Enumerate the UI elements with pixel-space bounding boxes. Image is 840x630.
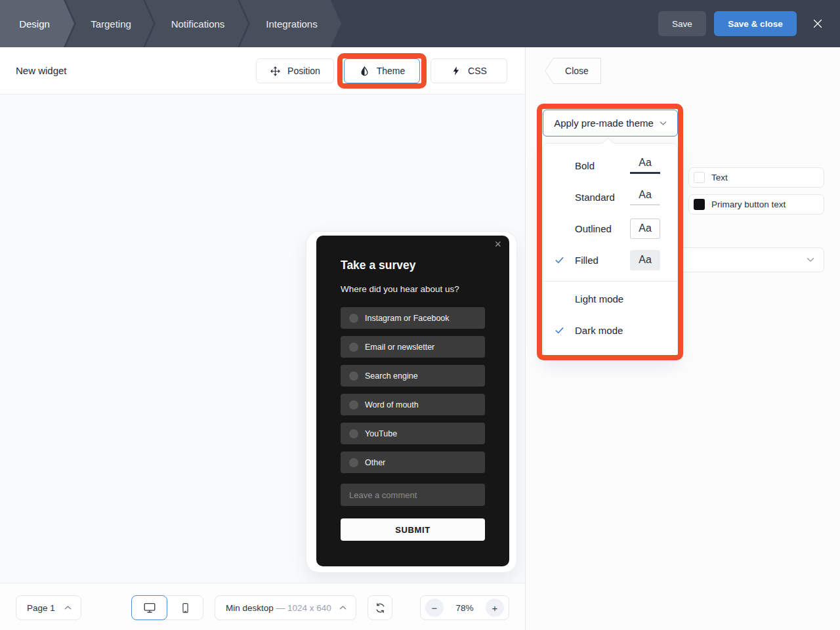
viewport-size-value: — 1024 x 640	[276, 603, 339, 613]
popup-caret	[602, 137, 614, 149]
css-label: CSS	[468, 66, 487, 76]
survey-option[interactable]: Email or newsletter	[341, 336, 485, 358]
radio-icon	[349, 343, 358, 352]
style-preview-filled: Aa	[639, 254, 652, 266]
dark-mode-option[interactable]: Dark mode	[543, 314, 677, 346]
popup-divider	[543, 281, 677, 282]
theme-style-standard[interactable]: Standard Aa	[543, 181, 677, 213]
step-tabs: Design Targeting Notifications Integrati…	[0, 0, 341, 47]
tab-design[interactable]: Design	[0, 0, 74, 47]
check-icon	[555, 255, 575, 265]
tab-integrations[interactable]: Integrations	[240, 0, 341, 47]
survey-title: Take a survey	[341, 259, 415, 272]
design-toolbar: New widget Position Theme	[0, 47, 524, 94]
submit-button[interactable]: SUBMIT	[341, 518, 485, 541]
desktop-view-button[interactable]	[131, 595, 167, 620]
text-color-label: Text	[711, 173, 728, 182]
tab-targeting-label: Targeting	[91, 18, 131, 30]
lightning-icon	[451, 66, 461, 76]
theme-button[interactable]: Theme	[344, 58, 420, 83]
refresh-icon	[374, 602, 387, 614]
zoom-in-button[interactable]: +	[486, 598, 504, 617]
viewport-size-label: Min desktop	[226, 603, 274, 613]
theme-style-standard-label: Standard	[575, 192, 629, 203]
chevron-up-icon	[64, 605, 72, 610]
theme-style-filled[interactable]: Filled Aa	[543, 244, 677, 276]
close-panel-button[interactable]: Close	[545, 58, 601, 84]
primary-button-text-color-label: Primary button text	[711, 200, 786, 209]
apply-premade-theme-button[interactable]: Apply pre-made theme	[543, 110, 678, 136]
survey-option[interactable]: Other	[341, 452, 485, 473]
radio-icon	[349, 371, 358, 381]
save-and-close-button[interactable]: Save & close	[714, 11, 797, 36]
position-button[interactable]: Position	[256, 58, 334, 83]
theme-style-bold[interactable]: Bold Aa	[543, 150, 677, 181]
page-title: New widget	[16, 47, 67, 94]
check-icon	[555, 326, 575, 335]
text-color-swatch	[694, 172, 705, 183]
mobile-view-button[interactable]	[167, 596, 203, 620]
tab-integrations-label: Integrations	[266, 18, 317, 30]
zoom-control: − 78% +	[420, 595, 509, 620]
save-button[interactable]: Save	[658, 11, 706, 36]
css-button[interactable]: CSS	[430, 58, 507, 83]
radio-icon	[349, 429, 358, 438]
light-mode-option[interactable]: Light mode	[543, 283, 677, 314]
preview-canvas: × Take a survey Where did you hear about…	[0, 94, 524, 583]
tab-targeting[interactable]: Targeting	[66, 0, 154, 47]
radio-icon	[349, 314, 358, 323]
device-toggle	[131, 595, 203, 620]
survey-option[interactable]: Instagram or Facebook	[341, 307, 485, 329]
theme-style-bold-label: Bold	[575, 160, 629, 171]
topbar-actions: Save Save & close	[658, 0, 826, 47]
bottom-bar: Page 1 Min desktop — 1024 x 640	[0, 583, 524, 630]
survey-option[interactable]: Search engine	[341, 365, 485, 387]
theme-style-outlined[interactable]: Outlined Aa	[543, 213, 677, 244]
survey-widget-preview: × Take a survey Where did you hear about…	[316, 236, 509, 566]
theme-style-filled-label: Filled	[575, 255, 629, 266]
comment-input[interactable]: Leave a comment	[341, 484, 485, 506]
survey-option[interactable]: YouTube	[341, 423, 485, 444]
tab-notifications-label: Notifications	[171, 18, 225, 30]
mobile-icon	[179, 602, 192, 614]
dark-mode-label: Dark mode	[575, 325, 677, 336]
chevron-down-icon	[807, 257, 814, 262]
radio-icon	[349, 400, 358, 410]
widget-preview-frame: × Take a survey Where did you hear about…	[306, 231, 517, 573]
refresh-preview-button[interactable]	[368, 595, 392, 620]
light-mode-label: Light mode	[575, 293, 677, 304]
page-selector-label: Page 1	[27, 603, 55, 613]
chevron-up-icon	[339, 605, 346, 610]
primary-button-text-color-swatch	[694, 199, 705, 210]
widget-close-icon[interactable]: ×	[494, 238, 501, 250]
style-preview-bold: Aa	[630, 157, 660, 174]
zoom-out-button[interactable]: −	[425, 598, 444, 617]
survey-options: Instagram or Facebook Email or newslette…	[341, 307, 485, 480]
premade-theme-dropdown: Bold Aa Standard Aa Outlined Aa Filled A…	[543, 143, 678, 357]
close-panel-label: Close	[565, 66, 589, 76]
apply-premade-theme-label: Apply pre-made theme	[554, 117, 654, 129]
droplet-contrast-icon	[359, 66, 370, 77]
survey-question: Where did you hear about us?	[341, 284, 459, 294]
style-preview-standard: Aa	[630, 189, 660, 205]
tab-design-label: Design	[19, 18, 50, 30]
widget-editor: Design Targeting Notifications Integrati…	[0, 0, 840, 630]
theme-settings-panel: Close Text Primary button text Apply pre…	[525, 47, 840, 630]
radio-icon	[349, 458, 358, 467]
style-preview-outlined: Aa	[639, 222, 652, 234]
top-bar: Design Targeting Notifications Integrati…	[0, 0, 840, 47]
survey-option[interactable]: Word of mouth	[341, 394, 485, 415]
chevron-down-icon	[660, 121, 667, 126]
viewport-size-selector[interactable]: Min desktop — 1024 x 640	[215, 595, 356, 620]
desktop-icon	[142, 600, 157, 615]
move-icon	[270, 66, 281, 77]
color-setting-primary-button-text[interactable]: Primary button text	[688, 194, 824, 215]
color-setting-text[interactable]: Text	[688, 167, 824, 188]
position-label: Position	[287, 66, 320, 76]
page-selector[interactable]: Page 1	[16, 595, 81, 620]
close-editor-icon[interactable]	[810, 16, 826, 32]
zoom-level: 78%	[455, 603, 473, 613]
tab-notifications[interactable]: Notifications	[145, 0, 248, 47]
theme-label: Theme	[377, 66, 406, 76]
theme-style-outlined-label: Outlined	[575, 223, 629, 234]
